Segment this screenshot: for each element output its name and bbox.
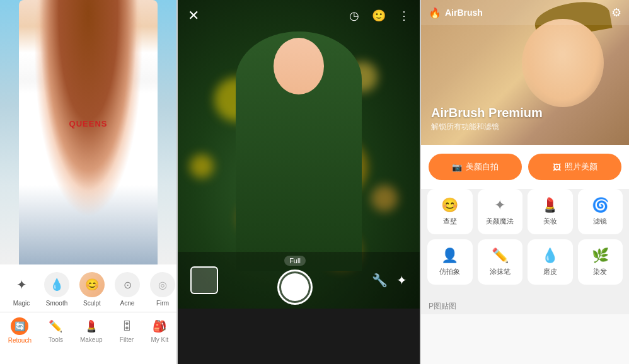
smooth-icon: 💧 <box>44 272 69 297</box>
camera-top-bar: ✕ ◷ 🙂 ⋮ <box>178 0 420 31</box>
premium-title: AirBrush Premium <box>431 106 543 120</box>
portrait-grid-label: 仿拍象 <box>439 267 460 276</box>
mykit-icon: 🎒 <box>151 318 168 334</box>
photo-area-1 <box>0 0 176 264</box>
premium-box: AirBrush Premium 解锁所有功能和滤镜 <box>431 106 543 132</box>
filter-nav-label: Filter <box>120 336 134 343</box>
filter-icon: 🎛 <box>118 318 135 334</box>
grid-row-2: 👤 仿拍象 ✏️ 涂抹笔 💧 磨皮 🌿 染发 <box>427 239 623 285</box>
filter-grid-label: 滤镜 <box>593 217 607 226</box>
grid-row-1: 😊 查壁 ✦ 美颜魔法 💄 美妆 🌀 滤镜 <box>427 189 623 234</box>
close-btn[interactable]: ✕ <box>188 8 199 24</box>
tools-toolbar: ✦ Magic 💧 Smooth 😊 Sculpt ⊙ Acne ◎ Firm <box>0 264 176 364</box>
more-icon[interactable]: ⋮ <box>398 9 410 23</box>
timer-icon[interactable]: ◷ <box>349 9 359 23</box>
wrench-icon[interactable]: 🔧 <box>372 273 388 288</box>
beauty-grid-icon: 💄 <box>541 197 558 213</box>
bokeh-6 <box>371 185 398 212</box>
grid-face[interactable]: 😊 查壁 <box>427 189 473 234</box>
tool-magic[interactable]: ✦ Magic <box>5 272 38 307</box>
grid-eraser[interactable]: ✏️ 涂抹笔 <box>478 239 523 285</box>
nav-filter[interactable]: 🎛 Filter <box>118 318 135 343</box>
sculpt-label: Sculpt <box>83 300 101 307</box>
grid-hair[interactable]: 🌿 染发 <box>578 239 623 285</box>
hair-grid-label: 染发 <box>593 267 607 276</box>
p-section: P图贴图 <box>421 296 629 314</box>
app-logo: 🔥 AirBrush <box>429 7 483 19</box>
camera-panel: ✕ ◷ 🙂 ⋮ Full 🔧 ✦ <box>176 0 420 364</box>
nav-tools[interactable]: ✏️ Tools <box>47 318 64 343</box>
tools-nav-label: Tools <box>49 336 63 343</box>
face-grid-icon: 😊 <box>441 197 458 213</box>
sparkle-icon[interactable]: ✦ <box>396 273 407 288</box>
bokeh-7 <box>190 154 214 178</box>
nav-bar: 🔄 Retouch ✏️ Tools 💄 Makeup 🎛 Filter 🎒 M… <box>0 312 176 350</box>
premium-subtitle: 解锁所有功能和滤镜 <box>431 122 543 132</box>
magic-grid-icon: ✦ <box>494 197 505 213</box>
tool-smooth[interactable]: 💧 Smooth <box>40 272 73 307</box>
eraser-grid-label: 涂抹笔 <box>490 267 511 276</box>
portrait-grid-icon: 👤 <box>441 247 458 264</box>
shutter-inner <box>281 273 309 301</box>
mykit-nav-label: My Kit <box>151 336 168 343</box>
p-section-label: P图贴图 <box>429 302 456 310</box>
action-buttons-row: 📷 美颜自拍 🖼 照片美颜 <box>421 145 629 189</box>
acne-icon: ⊙ <box>115 272 140 297</box>
hair-grid-icon: 🌿 <box>592 247 609 264</box>
person-photo-1 <box>19 0 158 264</box>
selfie-label: 美颜自拍 <box>466 161 499 173</box>
sculpt-icon: 😊 <box>79 272 105 297</box>
smooth-label: Smooth <box>46 300 67 307</box>
nav-makeup[interactable]: 💄 Makeup <box>80 318 103 343</box>
photo-icon-btn: 🖼 <box>553 162 561 172</box>
nav-retouch[interactable]: 🔄 Retouch <box>8 317 32 344</box>
grid-portrait[interactable]: 👤 仿拍象 <box>427 239 473 285</box>
retouch-nav-label: Retouch <box>8 337 32 344</box>
selfie-button[interactable]: 📷 美颜自拍 <box>429 154 522 180</box>
feature-grid: 😊 查壁 ✦ 美颜魔法 💄 美妆 🌀 滤镜 👤 仿拍象 ✏️ <box>421 189 629 296</box>
retouch-panel: ✦ Magic 💧 Smooth 😊 Sculpt ⊙ Acne ◎ Firm <box>0 0 176 364</box>
retouch-icon: 🔄 <box>11 317 28 335</box>
face-icon[interactable]: 🙂 <box>372 9 386 23</box>
settings-icon[interactable]: ⚙ <box>611 6 621 20</box>
makeup-icon: 💄 <box>83 318 100 334</box>
tool-sculpt[interactable]: 😊 Sculpt <box>76 272 108 307</box>
photo-area-3: 🔥 AirBrush ⚙ AirBrush Premium 解锁所有功能和滤镜 <box>421 0 629 145</box>
firm-label: Firm <box>156 300 169 307</box>
camera-icon-btn: 📷 <box>452 162 462 172</box>
tools-row: ✦ Magic 💧 Smooth 😊 Sculpt ⊙ Acne ◎ Firm <box>0 264 176 312</box>
photo-button[interactable]: 🖼 照片美颜 <box>528 154 621 180</box>
eraser-grid-icon: ✏️ <box>492 247 509 264</box>
magic-label: Magic <box>13 300 30 307</box>
tool-acne[interactable]: ⊙ Acne <box>111 272 144 307</box>
magic-icon: ✦ <box>9 272 34 297</box>
airbrush-header: 🔥 AirBrush ⚙ <box>421 0 629 25</box>
tools-icon: ✏️ <box>47 318 64 334</box>
liquid-grid-icon: 💧 <box>541 247 558 264</box>
face-grid-label: 查壁 <box>443 217 457 226</box>
tool-firm[interactable]: ◎ Firm <box>146 272 176 307</box>
firm-icon: ◎ <box>150 272 175 297</box>
acne-label: Acne <box>120 300 135 307</box>
grid-magic[interactable]: ✦ 美颜魔法 <box>478 189 523 234</box>
airbrush-panel: 🔥 AirBrush ⚙ AirBrush Premium 解锁所有功能和滤镜 … <box>420 0 629 364</box>
grid-liquid[interactable]: 💧 磨皮 <box>528 239 573 285</box>
liquid-grid-label: 磨皮 <box>543 267 557 276</box>
photo-label: 照片美颜 <box>565 161 597 173</box>
magic-grid-label: 美颜魔法 <box>486 217 514 226</box>
nav-mykit[interactable]: 🎒 My Kit <box>151 318 168 343</box>
beauty-grid-label: 美妆 <box>543 217 557 226</box>
app-name: AirBrush <box>445 8 483 18</box>
full-label: Full <box>284 256 306 266</box>
woman-face-3 <box>522 19 604 107</box>
camera-person <box>236 31 362 271</box>
shutter-button[interactable] <box>277 270 313 305</box>
makeup-nav-label: Makeup <box>80 336 103 343</box>
flame-icon: 🔥 <box>429 7 441 19</box>
photo-area-2: ✕ ◷ 🙂 ⋮ Full 🔧 ✦ <box>178 0 420 309</box>
filter-grid-icon: 🌀 <box>592 197 609 213</box>
grid-filter[interactable]: 🌀 滤镜 <box>578 189 623 234</box>
thumbnail-box[interactable] <box>190 266 218 294</box>
camera-bottom-controls: Full 🔧 ✦ <box>178 252 420 309</box>
grid-beauty[interactable]: 💄 美妆 <box>528 189 573 234</box>
